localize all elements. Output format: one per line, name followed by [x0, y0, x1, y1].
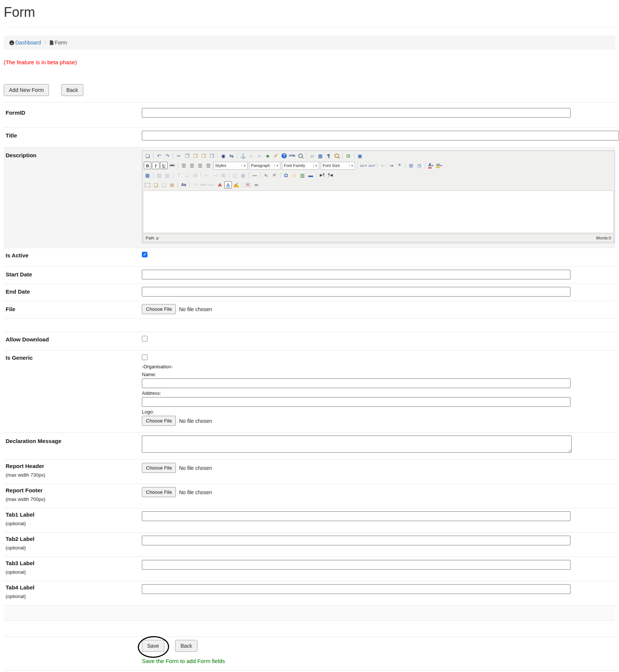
superscript-icon[interactable]: x² — [271, 171, 278, 179]
paste-icon[interactable]: ❒ — [192, 152, 199, 160]
media-icon[interactable]: ▥ — [299, 171, 306, 179]
text-color-icon[interactable]: A▾ — [427, 162, 435, 169]
formid-row: FormID — [4, 102, 615, 127]
font-family-select[interactable]: Font Family▾ — [282, 162, 319, 170]
toolbar-separator — [306, 153, 307, 159]
pagebreak-icon[interactable]: Ⅱ — [252, 181, 260, 189]
report-footer-row: Report Footer (max width 700px) Choose F… — [4, 484, 615, 508]
paste-from-word-icon[interactable]: ❒ — [208, 152, 215, 160]
allow-download-checkbox[interactable] — [142, 336, 147, 341]
find-replace-icon[interactable]: ⇆ — [228, 152, 235, 160]
insert-table-icon[interactable]: ▦ — [317, 152, 324, 160]
fullscreen-icon[interactable]: ▣ — [356, 152, 364, 160]
highlight-color-icon[interactable]: ab▾ — [435, 162, 443, 169]
numbered-list-icon[interactable]: ≕▾ — [368, 162, 375, 169]
end-date-input[interactable] — [142, 287, 570, 297]
tab2-label-input[interactable] — [142, 536, 570, 545]
emoticons-icon[interactable]: ☺ — [290, 171, 298, 179]
organisation-name-input[interactable] — [142, 378, 570, 388]
insert-date-icon[interactable]: ⊞ — [407, 162, 415, 169]
subscript-icon[interactable]: x₂ — [262, 171, 270, 179]
align-center-icon[interactable]: ☰ — [188, 162, 196, 169]
bullet-list-icon[interactable]: ≔▾ — [360, 162, 367, 169]
ltr-icon[interactable]: ▶¶ — [318, 171, 326, 179]
paste-as-text-icon[interactable]: ❒ — [200, 152, 207, 160]
copy-icon[interactable]: ❐ — [183, 152, 191, 160]
italic-icon[interactable]: I — [152, 162, 159, 169]
horizontal-rule-icon[interactable]: — — [251, 171, 258, 179]
tab4-label-input[interactable] — [142, 584, 570, 594]
back-button-bottom[interactable]: Back — [175, 640, 197, 652]
toolbar-separator — [201, 172, 201, 178]
formid-input[interactable] — [142, 108, 570, 118]
breadcrumb-dashboard-link[interactable]: Dashboard — [15, 40, 41, 46]
print-icon[interactable]: ⊟ — [345, 152, 352, 160]
cut-icon[interactable]: ✂ — [175, 152, 183, 160]
remove-format-icon[interactable]: ▱ — [308, 152, 316, 160]
report-footer-choose-button[interactable]: Choose File — [142, 487, 176, 497]
tab2-note: (optional) — [6, 545, 138, 551]
title-input[interactable] — [142, 131, 619, 140]
toolbar-separator — [316, 172, 317, 178]
preview-search-icon[interactable] — [297, 152, 304, 160]
tab1-label-input[interactable] — [142, 511, 570, 521]
form-page: Form Dashboard / Form (The feature is in… — [0, 4, 619, 671]
styles-select[interactable]: Styles▾ — [213, 162, 248, 170]
bold-icon[interactable]: B — [144, 162, 151, 169]
tab2-label: Tab2 Label — [6, 536, 138, 542]
logo-file-status: No file chosen — [179, 418, 212, 424]
style-props-icon[interactable]: Aa — [180, 181, 187, 189]
ins-icon[interactable]: A — [224, 181, 232, 189]
font-size-select[interactable]: Font Size▾ — [321, 162, 355, 170]
merge-cells-icon: ▣ — [239, 171, 247, 179]
align-justify-icon[interactable]: ☰ — [205, 162, 212, 169]
insert-time-icon[interactable]: ◷ — [416, 162, 423, 169]
preview-doc-icon[interactable] — [333, 152, 340, 160]
declaration-message-textarea[interactable] — [142, 436, 572, 453]
html-source-icon[interactable]: HTML — [289, 152, 296, 160]
find-icon[interactable]: ◉ — [220, 152, 227, 160]
align-right-icon[interactable]: ☰ — [196, 162, 204, 169]
save-button[interactable]: Save — [142, 640, 164, 652]
move-forward-icon[interactable]: ❏ — [152, 181, 159, 189]
charmap-icon[interactable]: Ω — [282, 171, 290, 179]
organisation-address-input[interactable] — [142, 397, 570, 407]
is-active-checkbox[interactable] — [142, 252, 147, 257]
col-after-icon: ⊣ — [211, 171, 219, 179]
blockquote-icon[interactable]: ❝ — [396, 162, 403, 169]
cleanup-icon[interactable]: ✐ — [272, 152, 280, 160]
start-date-input[interactable] — [142, 270, 570, 279]
embed-icon[interactable]: ▬ — [307, 171, 314, 179]
paragraph-select[interactable]: Paragraph▾ — [249, 162, 280, 170]
visual-aid-icon[interactable] — [144, 181, 151, 189]
indent-icon[interactable]: ⇥ — [388, 162, 395, 169]
strikethrough-icon[interactable]: ABC — [168, 162, 176, 169]
back-button-top[interactable]: Back — [61, 84, 83, 96]
anchor-icon[interactable]: ⚓ — [239, 152, 247, 160]
undo-icon[interactable]: ↶ — [155, 152, 163, 160]
insert-layer-icon[interactable]: ⊞ — [168, 181, 176, 189]
is-generic-checkbox[interactable] — [142, 354, 147, 360]
file-choose-button[interactable]: Choose File — [142, 304, 176, 314]
logo-choose-button[interactable]: Choose File — [142, 416, 176, 426]
nonbreaking-icon[interactable]: N — [244, 181, 252, 189]
tab3-label-input[interactable] — [142, 560, 570, 570]
table-edit-icon[interactable]: ▦ — [144, 171, 151, 179]
description-editor-body[interactable] — [143, 191, 614, 233]
attributes-icon[interactable]: ✍ — [233, 181, 240, 189]
align-left-icon[interactable]: ☰ — [180, 162, 187, 169]
underline-icon[interactable]: U — [160, 162, 168, 169]
help-icon[interactable]: ? — [280, 152, 288, 160]
add-new-form-button[interactable]: Add New Form — [4, 84, 49, 96]
report-header-choose-button[interactable]: Choose File — [142, 463, 176, 473]
breadcrumb: Dashboard / Form — [4, 35, 615, 50]
del-icon[interactable]: A — [216, 181, 224, 189]
is-generic-row: Is Generic -Organisation- Name: Address:… — [4, 350, 615, 432]
page-title: Form — [4, 4, 619, 20]
visual-chars-icon[interactable]: ¶ — [325, 152, 332, 160]
new-document-icon[interactable]: ❏ — [144, 152, 151, 160]
rtl-icon[interactable]: ¶◀ — [327, 171, 334, 179]
insert-image-icon[interactable]: ♣ — [264, 152, 271, 160]
report-header-note: (max width 730px) — [6, 472, 138, 478]
redo-icon[interactable]: ↷ — [164, 152, 171, 160]
